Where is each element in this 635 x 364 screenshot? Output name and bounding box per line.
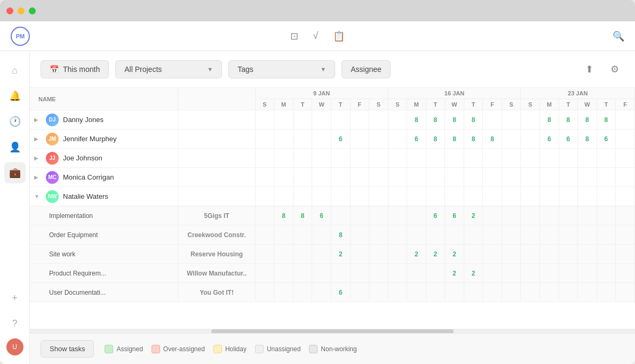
day-S3: S xyxy=(388,99,407,110)
sidebar-item-recent[interactable]: 🕐 xyxy=(4,111,26,132)
app-logo[interactable]: PM xyxy=(11,27,30,46)
search-zoom-icon[interactable]: ⊡ xyxy=(290,30,298,42)
grid-cell: 6 xyxy=(559,130,578,149)
task-name-cell: Site work xyxy=(30,245,178,264)
grid-cell xyxy=(407,225,426,245)
grid-cell xyxy=(350,264,369,283)
grid-cell xyxy=(616,283,635,302)
grid-cell xyxy=(502,283,521,302)
grid-container[interactable]: NAME 9 JAN 16 JAN 23 JAN S M T W T xyxy=(30,88,635,329)
task-name-cell: Order Equipment xyxy=(30,225,178,245)
grid-cell: 2 xyxy=(464,206,483,225)
grid-cell xyxy=(559,283,578,302)
day-F1: F xyxy=(350,99,369,110)
grid-cell xyxy=(388,130,407,149)
grid-cell xyxy=(597,168,616,187)
week-header-3: 23 JAN xyxy=(521,88,635,99)
avatar: JJ xyxy=(46,152,59,165)
sidebar-item-home[interactable]: ⌂ xyxy=(4,60,26,81)
grid-cell: 2 xyxy=(407,245,426,264)
export-button[interactable]: ⬆ xyxy=(580,60,599,79)
grid-cell: 8 xyxy=(445,130,464,149)
grid-cell xyxy=(521,206,540,225)
close-button[interactable] xyxy=(6,7,13,14)
grid-cell xyxy=(293,245,312,264)
table-row: ▶ JJ Joe Johnson xyxy=(30,149,635,168)
header-row: NAME 9 JAN 16 JAN 23 JAN xyxy=(30,88,635,99)
holiday-label: Holiday xyxy=(225,345,247,353)
horizontal-scrollbar[interactable] xyxy=(30,329,635,333)
person-name-cell: ▼ NW Natalie Waters xyxy=(30,187,178,206)
grid-cell xyxy=(426,225,445,245)
user-avatar[interactable]: U xyxy=(6,338,23,355)
tags-dropdown[interactable]: Tags ▼ xyxy=(228,60,335,78)
expand-icon[interactable]: ▶ xyxy=(34,117,42,123)
projects-dropdown[interactable]: All Projects ▼ xyxy=(115,60,222,78)
grid-cell xyxy=(616,168,635,187)
grid-cell xyxy=(293,130,312,149)
expand-icon[interactable]: ▶ xyxy=(34,174,42,180)
grid-cell xyxy=(312,225,331,245)
grid-cell xyxy=(350,283,369,302)
maximize-button[interactable] xyxy=(29,7,36,14)
grid-cell xyxy=(331,168,350,187)
show-tasks-button[interactable]: Show tasks xyxy=(41,340,94,358)
grid-cell xyxy=(369,168,388,187)
grid-cell xyxy=(616,149,635,168)
clipboard-icon[interactable]: 📋 xyxy=(333,30,345,42)
grid-cell: 8 xyxy=(426,130,445,149)
day-F3: F xyxy=(616,99,635,110)
grid-cell xyxy=(578,206,597,225)
month-picker-button[interactable]: 📅 This month xyxy=(41,60,109,78)
expand-icon[interactable]: ▼ xyxy=(34,193,42,199)
grid-cell xyxy=(616,206,635,225)
legend-over-assigned: Over-assigned xyxy=(152,345,205,353)
day-S1: S xyxy=(255,99,274,110)
avatar: JM xyxy=(46,133,59,145)
day-T3: T xyxy=(426,99,445,110)
grid-cell xyxy=(502,130,521,149)
grid-cell xyxy=(407,264,426,283)
grid-cell xyxy=(521,110,540,130)
holiday-color-swatch xyxy=(213,345,222,353)
grid-cell: 8 xyxy=(274,206,293,225)
expand-icon[interactable]: ▶ xyxy=(34,155,42,161)
grid-cell xyxy=(464,187,483,206)
grid-cell xyxy=(597,264,616,283)
sidebar-item-projects[interactable]: 💼 xyxy=(4,162,26,183)
minimize-button[interactable] xyxy=(18,7,25,14)
assignee-button[interactable]: Assignee xyxy=(342,60,391,78)
grid-cell xyxy=(539,264,559,283)
grid-cell xyxy=(369,283,388,302)
sidebar-item-people[interactable]: 👤 xyxy=(4,136,26,158)
grid-cell xyxy=(255,283,274,302)
day-T2: T xyxy=(331,99,350,110)
grid-cell xyxy=(369,206,388,225)
avatar: MC xyxy=(46,171,59,184)
grid-cell xyxy=(331,187,350,206)
grid-cell xyxy=(388,110,407,130)
grid-cell xyxy=(483,206,502,225)
expand-icon[interactable]: ▶ xyxy=(34,136,42,142)
formula-icon[interactable]: √ xyxy=(313,30,319,42)
help-button[interactable]: ? xyxy=(4,313,26,334)
grid-cell xyxy=(445,225,464,245)
chevron-down-icon: ▼ xyxy=(207,66,213,72)
grid-cell xyxy=(578,283,597,302)
project-cell xyxy=(178,130,255,149)
grid-cell xyxy=(255,264,274,283)
grid-cell xyxy=(274,110,293,130)
grid-cell xyxy=(483,283,502,302)
grid-cell xyxy=(559,225,578,245)
day-T6: T xyxy=(597,99,616,110)
grid-cell xyxy=(312,264,331,283)
grid-cell xyxy=(312,110,331,130)
settings-button[interactable]: ⚙ xyxy=(605,60,624,79)
grid-cell: 6 xyxy=(407,130,426,149)
add-button[interactable]: + xyxy=(4,287,26,309)
grid-cell xyxy=(483,110,502,130)
sidebar-item-notifications[interactable]: 🔔 xyxy=(4,85,26,107)
search-icon[interactable]: 🔍 xyxy=(613,30,624,42)
grid-cell xyxy=(312,283,331,302)
day-S2: S xyxy=(369,99,388,110)
